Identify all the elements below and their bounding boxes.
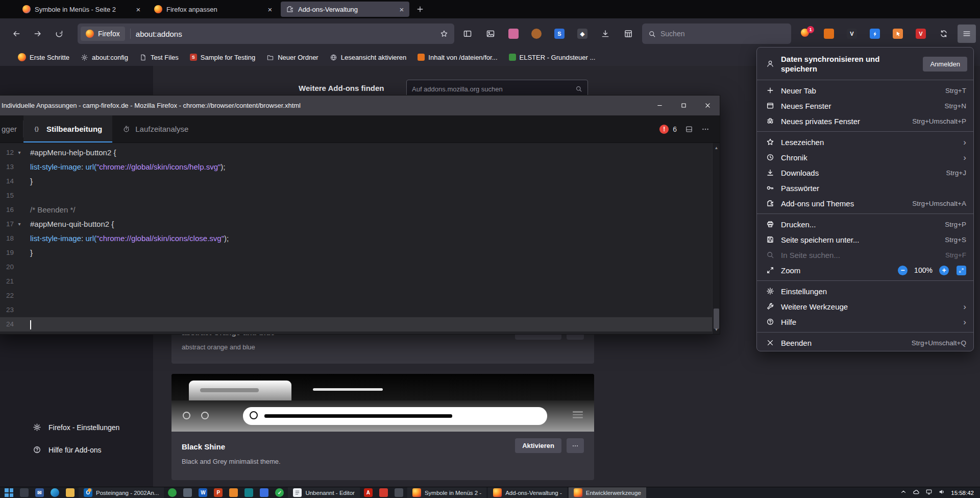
maximize-button[interactable] bbox=[672, 96, 696, 115]
sidebar-button[interactable] bbox=[458, 25, 477, 43]
zoom-out-button[interactable]: − bbox=[898, 266, 908, 275]
code-line[interactable]: 20 bbox=[0, 260, 720, 274]
menu-item-weitere-werkzeuge[interactable]: Weitere Werkzeuge› bbox=[757, 299, 973, 314]
word-taskbar-button[interactable]: W bbox=[196, 487, 210, 498]
bookmark-item[interactable]: about:config bbox=[76, 52, 133, 63]
tab-close-icon[interactable]: × bbox=[265, 5, 275, 14]
tab-performance[interactable]: Laufzeitanalyse bbox=[112, 115, 199, 143]
ext-pointer-button[interactable] bbox=[889, 25, 907, 43]
pdf-taskbar-button[interactable]: A bbox=[361, 487, 375, 498]
forward-button[interactable] bbox=[29, 25, 47, 43]
tab-close-icon[interactable]: × bbox=[397, 5, 406, 14]
start-taskbar-button[interactable] bbox=[2, 487, 16, 498]
menu-sync-header[interactable]: Daten synchronisieren und speichernAnmel… bbox=[757, 51, 973, 77]
bookmark-item[interactable]: SSample for Testing bbox=[185, 52, 260, 63]
menu-item-add-ons-und-themes[interactable]: Add-ons und ThemesStrg+Umschalt+A bbox=[757, 196, 973, 211]
bookmark-item[interactable]: Erste Schritte bbox=[13, 51, 74, 63]
chevron-up-tray-button[interactable] bbox=[900, 488, 907, 497]
menu-item-chronik[interactable]: Chronik› bbox=[757, 150, 973, 165]
app-slate-taskbar-button[interactable] bbox=[181, 487, 194, 498]
more-options-button[interactable] bbox=[567, 438, 584, 453]
taskbar-window-button[interactable]: Symbole in Menüs 2 - bbox=[407, 487, 486, 498]
code-line[interactable]: 16/* Beenden */ bbox=[0, 203, 720, 217]
scroll-down-icon[interactable] bbox=[713, 326, 720, 333]
menu-item-neues-fenster[interactable]: Neues FensterStrg+N bbox=[757, 98, 973, 113]
volume-tray-button[interactable] bbox=[938, 488, 945, 497]
menu-item-drucken-[interactable]: Drucken...Strg+P bbox=[757, 217, 973, 232]
menu-item-passwörter[interactable]: Passwörter bbox=[757, 180, 973, 196]
app-gray-taskbar-button[interactable] bbox=[392, 487, 406, 498]
code-line[interactable]: 14} bbox=[0, 174, 720, 188]
style-editor[interactable]: 12▾#appMenu-help-button2 {13list-style-i… bbox=[0, 143, 720, 334]
fold-arrow-icon[interactable]: ▾ bbox=[14, 146, 25, 160]
cloud-tray-button[interactable] bbox=[913, 488, 920, 497]
menu-item-seite-speichern-unter-[interactable]: Seite speichern unter...Strg+S bbox=[757, 232, 973, 247]
app-blue-taskbar-button[interactable] bbox=[257, 487, 271, 498]
menu-item-beenden[interactable]: BeendenStrg+Umschalt+Q bbox=[757, 335, 973, 350]
search-bar[interactable] bbox=[642, 23, 791, 44]
search-input[interactable] bbox=[660, 30, 785, 38]
menu-item-neuer-tab[interactable]: Neuer TabStrg+T bbox=[757, 83, 973, 98]
scroll-up-icon[interactable] bbox=[713, 144, 720, 151]
bookmark-item[interactable]: Test Files bbox=[135, 52, 183, 63]
error-icon[interactable] bbox=[659, 125, 669, 134]
code-line[interactable]: 13list-style-image: url("chrome://global… bbox=[0, 160, 720, 174]
code-line[interactable]: 23 bbox=[0, 303, 720, 317]
code-line[interactable]: 15 bbox=[0, 188, 720, 203]
code-line[interactable]: 12▾#appMenu-help-button2 { bbox=[0, 146, 720, 160]
ext-lightning-button[interactable] bbox=[866, 25, 884, 43]
menu-item-in-seite-suchen-[interactable]: In Seite suchen...Strg+F bbox=[757, 247, 973, 263]
download-button[interactable] bbox=[596, 25, 615, 43]
ext-dark-button[interactable]: ◆ bbox=[573, 25, 592, 43]
bookmark-item[interactable]: ELSTER - Grundsteuer ... bbox=[504, 52, 600, 63]
activate-button[interactable]: Aktivieren bbox=[515, 438, 561, 453]
sidebar-item-firefox-settings[interactable]: Firefox - Einstellungen bbox=[33, 423, 119, 432]
mail-taskbar-button[interactable]: ✉ bbox=[33, 487, 46, 498]
powerpoint-taskbar-button[interactable]: P bbox=[211, 487, 225, 498]
split-console-icon[interactable] bbox=[685, 125, 693, 133]
devtools-menu-icon[interactable] bbox=[701, 125, 709, 133]
signin-button[interactable]: Anmelden bbox=[923, 57, 967, 72]
code-line[interactable]: 22 bbox=[0, 289, 720, 303]
fullscreen-button[interactable] bbox=[957, 266, 966, 275]
bookmark-item[interactable]: Inhalt von /dateien/for... bbox=[413, 52, 502, 63]
ext-v-red-button[interactable]: V bbox=[912, 25, 930, 43]
code-line[interactable]: 19} bbox=[0, 246, 720, 260]
bookmark-star-icon[interactable] bbox=[440, 30, 448, 38]
app-menu-button[interactable] bbox=[958, 25, 976, 43]
taskbar-clock[interactable]: 15:58:42 bbox=[951, 490, 974, 496]
grid-button[interactable] bbox=[619, 25, 638, 43]
identity-chip[interactable]: Firefox bbox=[81, 27, 125, 41]
ext-amber-button[interactable] bbox=[527, 25, 546, 43]
sync-button[interactable] bbox=[935, 25, 953, 43]
ext-orange-button[interactable] bbox=[820, 25, 838, 43]
code-line[interactable]: 21 bbox=[0, 274, 720, 289]
app-dark-taskbar-button[interactable] bbox=[17, 487, 31, 498]
tab-close-icon[interactable]: × bbox=[134, 5, 143, 14]
app-red-taskbar-button[interactable] bbox=[377, 487, 390, 498]
menu-item-neues-privates-fenster[interactable]: Neues privates FensterStrg+Umschalt+P bbox=[757, 113, 973, 129]
tab-style-editor[interactable]: {} Stilbearbeitung bbox=[23, 115, 112, 143]
ext-v-dark-button[interactable]: V bbox=[843, 25, 861, 43]
menu-item-zoom[interactable]: Zoom−100%+ bbox=[757, 263, 973, 278]
app-green-taskbar-button[interactable] bbox=[165, 487, 179, 498]
scrollbar[interactable] bbox=[712, 143, 720, 334]
menu-item-lesezeichen[interactable]: Lesezeichen› bbox=[757, 134, 973, 150]
tab-debugger-partial[interactable]: gger bbox=[0, 115, 23, 143]
new-tab-button[interactable] bbox=[412, 2, 428, 17]
sidebar-item-addons-help[interactable]: Hilfe für Add-ons bbox=[33, 445, 102, 454]
app-orange-taskbar-button[interactable] bbox=[227, 487, 240, 498]
fold-arrow-icon[interactable]: ▾ bbox=[14, 217, 25, 231]
monitor-tray-button[interactable] bbox=[925, 488, 933, 497]
firefox-badge-button[interactable]: 1 bbox=[797, 25, 815, 43]
check-green-taskbar-button[interactable]: ✓ bbox=[273, 487, 286, 498]
url-bar[interactable]: Firefox about:addons bbox=[78, 23, 454, 44]
menu-item-downloads[interactable]: DownloadsStrg+J bbox=[757, 165, 973, 180]
back-button[interactable] bbox=[7, 25, 26, 43]
code-line[interactable]: 17▾#appMenu-quit-button2 { bbox=[0, 217, 720, 231]
image-button[interactable] bbox=[481, 25, 500, 43]
zoom-in-button[interactable]: + bbox=[939, 266, 949, 275]
ext-pink-button[interactable] bbox=[504, 25, 523, 43]
taskbar-window-button[interactable]: Add-ons-Verwaltung - bbox=[488, 487, 567, 498]
taskbar-window-button[interactable]: OPosteingang - 2002An... bbox=[79, 487, 164, 498]
